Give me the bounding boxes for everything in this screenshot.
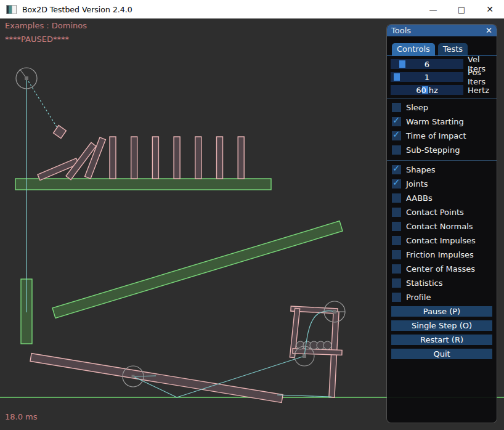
- domino-tipping: [85, 137, 106, 179]
- checkbox-statistics[interactable]: Statistics: [387, 276, 497, 290]
- tab-controls[interactable]: Controls: [392, 43, 435, 55]
- slider-value: 6: [391, 59, 463, 69]
- physics-canvas[interactable]: Examples : Dominos ****PAUSED**** 18.0 m…: [0, 18, 504, 430]
- restart-r-button[interactable]: Restart (R): [391, 335, 492, 345]
- frame-time-label: 18.0 ms: [5, 412, 38, 421]
- checkbox-center-of-masses[interactable]: Center of Masses: [387, 262, 497, 276]
- pendulum-bob-square: [54, 126, 67, 139]
- checkbox-label: Shapes: [406, 165, 435, 174]
- checkbox-aabbs[interactable]: AABBs: [387, 191, 497, 205]
- tools-panel: Tools ✕ ControlsTests 6Vel Iters1Pos Ite…: [387, 25, 497, 423]
- domino-upright: [238, 137, 244, 179]
- close-button[interactable]: ✕: [476, 0, 504, 18]
- checkbox-unchecked-icon[interactable]: [392, 278, 401, 288]
- app-icon: [6, 5, 17, 14]
- domino-upright: [174, 137, 180, 179]
- check-icon: ✓: [392, 177, 400, 188]
- checkbox-sub-stepping[interactable]: Sub-Stepping: [387, 143, 497, 157]
- ball: [323, 341, 331, 349]
- checkbox-joints[interactable]: ✓Joints: [387, 177, 497, 191]
- panel-close-icon: ✕: [486, 26, 492, 35]
- checkbox-contact-normals[interactable]: Contact Normals: [387, 219, 497, 233]
- center-of-mass-square: [132, 375, 135, 378]
- joint-line: [277, 395, 331, 397]
- slider-track-hertz[interactable]: 60 hz: [391, 85, 463, 95]
- checkbox-time-of-impact[interactable]: ✓Time of Impact: [387, 129, 497, 143]
- center-of-mass-square: [333, 310, 336, 314]
- checkbox-warm-starting[interactable]: ✓Warm Starting: [387, 115, 497, 129]
- slider-label: Hertz: [468, 86, 489, 95]
- checkbox-label: AABBs: [406, 193, 433, 203]
- domino-upright: [152, 137, 158, 179]
- domino-upright: [195, 137, 201, 179]
- ramp: [52, 221, 343, 318]
- separator: [387, 160, 497, 161]
- slider-value: 60 hz: [391, 85, 463, 95]
- minimize-icon: —: [429, 5, 437, 14]
- domino-upright: [110, 137, 116, 179]
- checkbox-checked-icon[interactable]: ✓: [392, 179, 401, 189]
- checkbox-label: Center of Masses: [406, 264, 475, 274]
- close-icon: ✕: [486, 4, 494, 14]
- checkbox-checked-icon[interactable]: ✓: [392, 117, 401, 126]
- example-label: Examples : Dominos: [5, 21, 87, 30]
- checkbox-unchecked-icon[interactable]: [392, 208, 401, 217]
- center-of-mass-square: [25, 76, 28, 80]
- maximize-icon: □: [458, 5, 465, 14]
- checkbox-label: Warm Starting: [406, 117, 464, 126]
- tools-panel-header[interactable]: Tools ✕: [387, 25, 497, 36]
- quit-button[interactable]: Quit: [391, 349, 492, 359]
- pendulum-rope-line: [26, 78, 60, 132]
- checkbox-contact-impulses[interactable]: Contact Impulses: [387, 233, 497, 248]
- checkbox-profile[interactable]: Profile: [387, 290, 497, 304]
- pause-p-button[interactable]: Pause (P): [391, 306, 492, 317]
- checkbox-shapes[interactable]: ✓Shapes: [387, 163, 497, 177]
- checkbox-label: Contact Points: [406, 208, 464, 217]
- checkbox-section: Sleep✓Warm Starting✓Time of ImpactSub-St…: [387, 100, 497, 304]
- tab-tests[interactable]: Tests: [438, 43, 468, 55]
- slider-row-pos-iters: 1Pos Iters: [391, 72, 493, 82]
- panel-close-button[interactable]: ✕: [486, 26, 492, 35]
- check-icon: ✓: [392, 115, 400, 126]
- slider-value: 1: [391, 72, 463, 82]
- checkbox-label: Statistics: [406, 278, 442, 288]
- seesaw-plank: [30, 354, 283, 403]
- checkbox-unchecked-icon[interactable]: [392, 293, 401, 302]
- checkbox-unchecked-icon[interactable]: [392, 145, 401, 155]
- checkbox-label: Sleep: [406, 103, 428, 112]
- domino-platform: [15, 179, 271, 190]
- checkbox-sleep[interactable]: Sleep: [387, 100, 497, 115]
- checkbox-unchecked-icon[interactable]: [392, 222, 401, 231]
- checkbox-label: Sub-Stepping: [406, 145, 460, 155]
- domino-upright: [217, 137, 223, 179]
- checkbox-label: Contact Normals: [406, 222, 473, 231]
- checkbox-label: Contact Impulses: [406, 236, 476, 245]
- checkbox-label: Profile: [406, 293, 431, 302]
- minimize-button[interactable]: —: [419, 0, 447, 18]
- separator: [387, 98, 497, 99]
- checkbox-unchecked-icon[interactable]: [392, 250, 401, 259]
- title-bar: Box2D Testbed Version 2.4.0 — □ ✕: [0, 0, 504, 18]
- single-step-o-button[interactable]: Single Step (O): [391, 320, 492, 331]
- checkbox-label: Time of Impact: [406, 131, 466, 140]
- domino-upright: [131, 137, 137, 179]
- center-of-mass-square: [303, 354, 306, 358]
- maximize-button[interactable]: □: [447, 0, 476, 18]
- checkbox-unchecked-icon[interactable]: [392, 264, 401, 274]
- checkbox-unchecked-icon[interactable]: [392, 103, 401, 112]
- app-window: Box2D Testbed Version 2.4.0 — □ ✕: [0, 0, 504, 430]
- checkbox-friction-impulses[interactable]: Friction Impulses: [387, 248, 497, 262]
- slider-track-vel-iters[interactable]: 6: [391, 59, 463, 69]
- checkbox-checked-icon[interactable]: ✓: [392, 131, 401, 140]
- check-icon: ✓: [392, 163, 400, 174]
- checkbox-label: Joints: [406, 179, 428, 189]
- checkbox-unchecked-icon[interactable]: [392, 193, 401, 203]
- checkbox-contact-points[interactable]: Contact Points: [387, 205, 497, 219]
- slider-track-pos-iters[interactable]: 1: [391, 72, 463, 82]
- checkbox-unchecked-icon[interactable]: [392, 236, 401, 245]
- checkbox-label: Friction Impulses: [406, 250, 474, 259]
- window-title: Box2D Testbed Version 2.4.0: [22, 5, 132, 14]
- button-section: Pause (P)Single Step (O)Restart (R)Quit: [387, 306, 497, 359]
- checkbox-checked-icon[interactable]: ✓: [392, 165, 401, 174]
- paused-label: ****PAUSED****: [5, 34, 69, 44]
